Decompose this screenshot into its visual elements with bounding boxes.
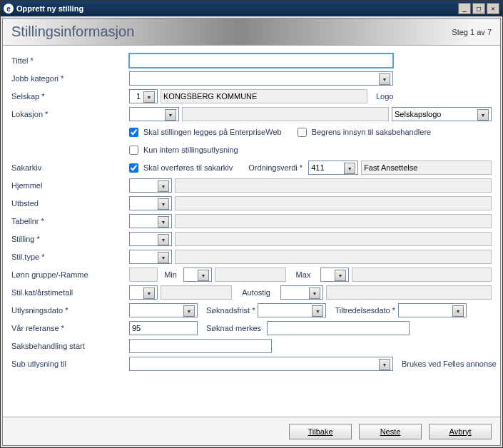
utlysdato-select[interactable] — [129, 303, 198, 317]
logo-select[interactable]: Selskapslogo — [392, 107, 492, 121]
avbryt-button[interactable]: Avbryt — [429, 424, 492, 439]
subutlys-select[interactable] — [129, 357, 393, 371]
lokasjon-select[interactable] — [129, 107, 179, 121]
hjemmel-display — [175, 178, 492, 193]
form: Tittel * Jobb kategori * Selskap * 1 Log… — [3, 46, 500, 417]
max-select[interactable] — [320, 268, 349, 282]
maximize-button[interactable]: □ — [472, 3, 485, 14]
minimize-button[interactable]: _ — [458, 3, 471, 14]
stilkat-label: Stil.kat/årstimetall — [11, 288, 129, 297]
autostig-label: Autostig — [235, 288, 278, 297]
lokasjon-display — [182, 107, 389, 121]
step-indicator: Steg 1 av 7 — [452, 28, 492, 36]
utbsted-select[interactable] — [129, 196, 172, 210]
app-icon: e — [4, 4, 14, 14]
selskap-num-select[interactable]: 1 — [129, 89, 158, 103]
hjemmel-label: Hjemmel — [11, 181, 129, 190]
stilkat-display — [161, 285, 232, 300]
tabellnr-select[interactable] — [129, 214, 172, 228]
stilling-display — [175, 232, 492, 246]
enterpriseweb-label: Skal stillingen legges på EnterpriseWeb — [143, 128, 282, 136]
logo-label: Logo — [376, 92, 393, 101]
saksstart-label: Saksbehandling start — [11, 342, 129, 350]
stiltype-display — [175, 250, 492, 264]
min-select[interactable] — [183, 268, 212, 282]
page-title: Stillingsinformasjon — [11, 24, 452, 40]
intern-checkbox[interactable] — [129, 146, 138, 155]
stiltype-label: Stil.type * — [11, 253, 129, 261]
sokmerk-input[interactable] — [267, 321, 410, 335]
sakarkiv-cb-label: Skal overføres til sakarkiv — [143, 163, 233, 172]
brukes-label: Brukes ved Felles annonse — [402, 360, 497, 368]
stilling-select[interactable] — [129, 232, 172, 246]
sokmerk-label: Søknad merkes — [206, 324, 261, 332]
utbsted-display — [175, 196, 492, 210]
selskap-name-display — [161, 89, 367, 103]
tiltred-select[interactable] — [398, 303, 467, 317]
stiltype-select[interactable] — [129, 250, 172, 264]
content: Stillingsinformasjon Steg 1 av 7 Tittel … — [2, 18, 501, 446]
stilkat-select[interactable] — [129, 285, 158, 300]
tabellnr-label: Tabellnr * — [11, 217, 129, 225]
autostig-display — [326, 285, 492, 300]
page-header: Stillingsinformasjon Steg 1 av 7 — [3, 19, 500, 46]
window: e Opprett ny stilling _ □ ✕ Stillingsinf… — [0, 0, 503, 448]
subutlys-label: Sub utlysning til — [11, 360, 129, 368]
tittel-label: Tittel * — [11, 56, 129, 65]
stilling-label: Stilling * — [11, 235, 129, 243]
utbsted-label: Utbsted — [11, 199, 129, 208]
tittel-input[interactable] — [129, 54, 393, 68]
lokasjon-label: Lokasjon * — [11, 110, 129, 118]
window-title: Opprett ny stilling — [16, 4, 458, 13]
lonn-label: Lønn gruppe/-Ramme — [11, 270, 129, 279]
jobbkat-label: Jobb kategori * — [11, 74, 129, 83]
enterpriseweb-checkbox[interactable] — [129, 128, 138, 137]
min-label: Min — [161, 270, 181, 279]
neste-button[interactable]: Neste — [359, 424, 422, 439]
utlysdato-label: Utlysningsdato * — [11, 306, 129, 315]
autostig-select[interactable] — [280, 285, 323, 300]
sakarkiv-checkbox[interactable] — [129, 163, 138, 173]
varref-label: Vår referanse * — [11, 324, 129, 332]
close-button[interactable]: ✕ — [487, 3, 499, 14]
tilbake-button[interactable]: Tilbake — [289, 424, 352, 439]
max-label: Max — [289, 270, 317, 279]
intern-label: Kun intern stillingsutlysning — [143, 146, 238, 154]
ordning-label: Ordningsverdi * — [248, 163, 303, 172]
footer: Tilbake Neste Avbryt — [3, 417, 500, 445]
sakarkiv-label: Sakarkiv — [11, 163, 129, 172]
jobbkat-select[interactable] — [129, 71, 393, 86]
selskap-label: Selskap * — [11, 92, 129, 101]
hjemmel-select[interactable] — [129, 178, 172, 193]
lonn-code-input — [129, 268, 158, 282]
sokfrist-label: Søknadsfrist * — [206, 306, 255, 315]
max-display — [352, 268, 492, 282]
begrens-checkbox[interactable] — [298, 128, 307, 137]
saksstart-input[interactable] — [129, 339, 272, 353]
titlebar: e Opprett ny stilling _ □ ✕ — [1, 1, 502, 16]
ordning-select[interactable]: 411 — [308, 161, 358, 175]
tiltred-label: Tiltredelsesdato * — [335, 306, 395, 315]
min-display — [215, 268, 286, 282]
sokfrist-select[interactable] — [258, 303, 326, 317]
tabellnr-display — [175, 214, 492, 228]
varref-input[interactable] — [129, 321, 198, 335]
begrens-label: Begrens innsyn til saksbehandlere — [312, 128, 432, 136]
ordning-display — [361, 161, 492, 175]
